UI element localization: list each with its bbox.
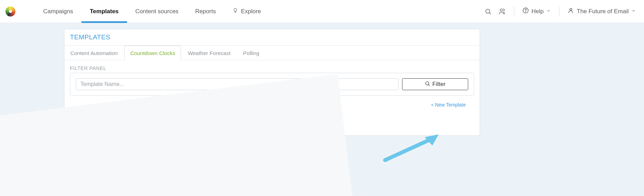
- filter-panel-label: FILTER PANEL: [64, 60, 480, 73]
- nav-label: Campaigns: [43, 8, 73, 15]
- nav-label: Explore: [241, 8, 261, 15]
- panel-title: TEMPLATES: [70, 33, 110, 41]
- search-icon: [425, 81, 430, 88]
- brand-logo[interactable]: [5, 6, 16, 17]
- svg-point-5: [525, 11, 526, 12]
- lightbulb-icon: [233, 8, 238, 15]
- help-menu[interactable]: Help: [519, 7, 554, 15]
- nav-label: Reports: [195, 8, 216, 15]
- chevron-down-icon: [547, 9, 551, 14]
- nav-explore[interactable]: Explore: [224, 0, 269, 23]
- filter-button-label: Filter: [432, 81, 446, 88]
- svg-line-2: [489, 13, 490, 14]
- svg-point-0: [9, 10, 12, 13]
- svg-marker-10: [425, 134, 439, 146]
- tabbar: Content Automation Countdown Clocks Weat…: [64, 46, 480, 60]
- chevron-down-icon: [631, 9, 636, 14]
- new-template-link[interactable]: + New Template: [431, 102, 466, 108]
- nav-label: Content sources: [135, 8, 179, 15]
- user-menu[interactable]: The Future of Email: [564, 7, 639, 15]
- people-icon[interactable]: [495, 5, 509, 18]
- svg-point-3: [500, 9, 503, 11]
- nav-label: Templates: [90, 8, 119, 15]
- tab-countdown-clocks[interactable]: Countdown Clocks: [124, 46, 181, 60]
- nav-reports[interactable]: Reports: [187, 0, 225, 23]
- tab-label: Weather Forecast: [188, 50, 230, 56]
- svg-point-6: [570, 8, 572, 10]
- tab-label: Content Automation: [70, 50, 118, 56]
- divider: [514, 6, 514, 17]
- nav-campaigns[interactable]: Campaigns: [35, 0, 81, 23]
- help-label: Help: [532, 8, 544, 15]
- tab-polling[interactable]: Polling: [237, 46, 265, 60]
- tab-content-automation[interactable]: Content Automation: [64, 46, 124, 60]
- svg-line-9: [385, 139, 432, 160]
- search-icon[interactable]: [481, 5, 495, 18]
- filter-button[interactable]: Filter: [402, 78, 468, 90]
- primary-nav: Campaigns Templates Content sources Repo…: [35, 0, 269, 23]
- svg-line-8: [429, 84, 430, 85]
- user-label: The Future of Email: [577, 8, 629, 15]
- panel-header: TEMPLATES: [64, 29, 480, 46]
- tab-weather-forecast[interactable]: Weather Forecast: [182, 46, 236, 60]
- annotation-arrow: [383, 134, 439, 162]
- help-icon: [523, 7, 529, 15]
- topbar-right: Help The Future of Email: [481, 0, 639, 23]
- new-template-label: New Template: [435, 102, 466, 108]
- tab-label: Countdown Clocks: [130, 50, 175, 56]
- user-icon: [568, 7, 574, 15]
- page-body: TEMPLATES Content Automation Countdown C…: [0, 23, 644, 196]
- plus-icon: +: [431, 102, 433, 108]
- topbar: Campaigns Templates Content sources Repo…: [0, 0, 644, 23]
- tab-label: Polling: [243, 50, 259, 56]
- divider: [559, 6, 559, 17]
- nav-templates[interactable]: Templates: [81, 0, 127, 23]
- nav-content-sources[interactable]: Content sources: [127, 0, 187, 23]
